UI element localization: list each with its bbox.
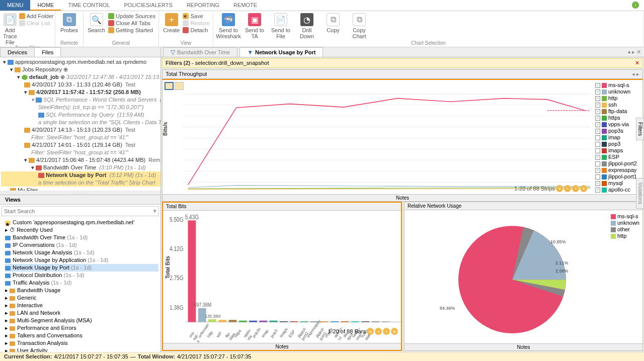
- notes-bar[interactable]: Notes: [163, 194, 642, 201]
- info-icon[interactable]: i: [632, 2, 639, 9]
- probes-button[interactable]: ⧉Probes: [58, 13, 80, 33]
- files-tab[interactable]: Files: [34, 47, 61, 57]
- view-item[interactable]: Bandwidth Over Time (1s - 1d): [5, 234, 158, 241]
- detach-button[interactable]: Detach: [183, 27, 210, 33]
- tree-default-job[interactable]: ▾ default_job ⊕ 3/22/2017 12:47:38 - 4/2…: [1, 73, 160, 81]
- copy-button[interactable]: ⧉Copy: [321, 13, 345, 33]
- save-button[interactable]: ★Save: [183, 13, 210, 19]
- splitter-horizontal[interactable]: ······: [0, 191, 160, 195]
- legend-item[interactable]: ✓ftp-data: [595, 108, 640, 115]
- view-folder[interactable]: ▸ Bandwidth Usage: [5, 287, 158, 294]
- update-sources-button[interactable]: Update Sources: [108, 13, 155, 19]
- view-item-selected[interactable]: Network Usage by Port (1s - 1d): [5, 264, 158, 272]
- legend-item[interactable]: pop3: [595, 141, 640, 147]
- view-folder[interactable]: ▸ LAN and Network: [5, 309, 158, 317]
- pager-first-icon[interactable]: «: [556, 185, 563, 192]
- filters-bar[interactable]: Filters (2) - selection:drill_down_snaps…: [162, 58, 643, 68]
- devices-tab[interactable]: Devices: [0, 47, 35, 57]
- chart-tab-nubp[interactable]: ▼Network Usage by Port: [239, 47, 323, 57]
- legend-item[interactable]: ✓mysql: [595, 180, 640, 187]
- legend-item[interactable]: ✓ms-sql-s: [595, 82, 640, 88]
- tree-item[interactable]: ▾ 4/21/2017 15:06:48 - 15:07:48 (4423.44…: [1, 156, 160, 164]
- pager-last-icon[interactable]: »: [580, 185, 587, 192]
- legend-item[interactable]: ✓unknown: [595, 88, 640, 95]
- y-axis-label: Bits/s: [163, 122, 168, 135]
- menu-tab-policies-alerts[interactable]: POLICIES/ALERTS: [117, 0, 180, 11]
- pager-next-icon[interactable]: ›: [572, 185, 579, 192]
- total-bits-panel[interactable]: Total Bits Total Bits 5.50G 4.12G 2.75G …: [162, 202, 402, 351]
- menu-tab-remote[interactable]: REMOTE: [226, 0, 264, 11]
- send-to-file-button[interactable]: 📄Send to File: [269, 13, 293, 39]
- tree-item[interactable]: 4/20/2017 10:33 - 11:33 (120.48 GB) Test: [1, 81, 160, 88]
- tree-my-files[interactable]: My Files: [1, 187, 160, 191]
- tree-item[interactable]: ▾ SQL Performance - Worst Clients and Se…: [1, 96, 160, 104]
- tree-item[interactable]: 4/21/2017 14:01 - 15:01 (129.14 GB) Test: [1, 141, 160, 149]
- view-item[interactable]: IP Conversations (1s - 1d): [5, 241, 158, 249]
- legend-item[interactable]: ✓ESP: [595, 154, 640, 160]
- menu-tab-time-control[interactable]: TIME CONTROL: [61, 0, 117, 11]
- tree-root[interactable]: ▾ appresponsestaging.rpm.riverbedlab.net…: [1, 58, 160, 66]
- tree-item[interactable]: SQL Performance by Query (11:59 AM): [1, 111, 160, 119]
- legend-item[interactable]: imaps: [595, 147, 640, 154]
- legend-item[interactable]: ✓http: [595, 95, 640, 102]
- add-trace-file-button[interactable]: 📄Add Trace File: [3, 13, 17, 45]
- view-item[interactable]: Protocol Distribution (1s - 1d): [5, 272, 158, 279]
- send-to-ta-button[interactable]: ▣Send to TA: [243, 13, 267, 39]
- svg-text:5.43G: 5.43G: [185, 214, 199, 220]
- legend-item[interactable]: ✓pop3s: [595, 128, 640, 134]
- view-item[interactable]: Traffic Analysis (1s - 1d): [5, 279, 158, 287]
- legend-item[interactable]: ✓ssh: [595, 102, 640, 108]
- legend[interactable]: ✓ms-sql-s✓unknown✓http✓ssh✓ftp-data✓http…: [592, 80, 642, 201]
- tabs-nav-icons[interactable]: ◂ ▸ ✕: [624, 49, 644, 55]
- chart-tab-bot[interactable]: ▽Bandwidth Over Time: [163, 47, 237, 57]
- tree-item-selected[interactable]: Network Usage by Port (3:12 PM) (1s - 1d…: [1, 171, 160, 179]
- tree-item[interactable]: ▾ Bandwidth Over Time (3:10 PM) (1s - 1d…: [1, 164, 160, 171]
- legend-item[interactable]: ✓apollo-cc: [595, 187, 640, 193]
- view-item[interactable]: ▸ ⏱ Recently Used: [5, 226, 158, 234]
- view-folder[interactable]: ▸ Talkers and Conversations: [5, 332, 158, 339]
- side-violations-tab[interactable]: Violations: [636, 178, 644, 209]
- drill-down-button[interactable]: ◔Drill Down: [295, 13, 319, 39]
- legend-item[interactable]: ✓https: [595, 115, 640, 121]
- legend-item[interactable]: ✓vpps-via: [595, 121, 640, 128]
- tree-item[interactable]: ▾ 4/20/2017 11:57:42 - 11:57:52 (250.8 M…: [1, 88, 160, 96]
- legend-item[interactable]: ✓expresspay: [595, 167, 640, 173]
- view-folder[interactable]: ▸ User Activity: [5, 347, 158, 352]
- add-folder-button[interactable]: Add Folder: [19, 13, 54, 19]
- notes-bar[interactable]: Notes: [163, 343, 401, 350]
- pager-prev-icon[interactable]: ‹: [564, 185, 571, 192]
- view-folder[interactable]: ▸ Transaction Analysis: [5, 339, 158, 347]
- tree-jobs-repo[interactable]: ▾ Jobs Repository ⊕: [1, 66, 160, 73]
- files-tree[interactable]: ▾ appresponsestaging.rpm.riverbedlab.net…: [0, 57, 160, 191]
- side-filters-tab[interactable]: Filters: [636, 118, 644, 140]
- notes-bar[interactable]: Notes: [405, 343, 642, 350]
- views-search-input[interactable]: [2, 206, 159, 216]
- close-all-tabs-button[interactable]: Close All Tabs: [108, 20, 155, 26]
- view-folder[interactable]: ▸ Performance and Errors: [5, 324, 158, 332]
- view-folder[interactable]: ▸ Generic: [5, 294, 158, 302]
- view-item[interactable]: Network Usage by Application (1s - 1d): [5, 256, 158, 264]
- views-list[interactable]: ★Custom 'appresponsestaging.rpm.riverbed…: [0, 218, 160, 352]
- bar-pager[interactable]: 1-20 of 88 Bars « ‹ › »: [328, 328, 398, 335]
- search-button[interactable]: 🔍Search: [87, 13, 106, 33]
- total-throughput-chart[interactable]: Bits/s 900,000M 800,000M 700,000M 600,00…: [162, 79, 643, 202]
- view-item[interactable]: ★Custom 'appresponsestaging.rpm.riverbed…: [5, 219, 158, 226]
- view-item[interactable]: Network Usage Analysis (1s - 1d): [5, 249, 158, 256]
- getting-started-button[interactable]: Getting Started: [108, 27, 155, 33]
- menu-tab-menu[interactable]: MENU: [0, 0, 30, 11]
- legend-item[interactable]: jlippol-port1: [595, 173, 640, 180]
- tree-item[interactable]: 4/20/2017 14:13 - 15:13 (120.23 GB) Test: [1, 126, 160, 134]
- view-folder[interactable]: ▸ Multi-Segment Analysis (MSA): [5, 317, 158, 324]
- pager[interactable]: 1-20 of 88 Strips « ‹ › »: [514, 185, 587, 192]
- search-dropdown-icon[interactable]: ▾: [153, 208, 156, 214]
- filters-close-icon[interactable]: ✕: [635, 60, 639, 66]
- send-to-wireshark-button[interactable]: 🦈Send to Wireshark: [216, 13, 240, 39]
- relative-network-usage-panel[interactable]: Relative Network Usage 84.46% 10.85% 2: [404, 202, 643, 351]
- legend-item[interactable]: imap: [595, 134, 640, 141]
- legend-item[interactable]: jlippol-port2: [595, 160, 640, 167]
- view-folder[interactable]: ▸ Interactive: [5, 302, 158, 309]
- menu-tab-reporting[interactable]: REPORTING: [180, 0, 226, 11]
- create-button[interactable]: ＋Create: [162, 13, 181, 33]
- copy-chart-button[interactable]: ⧉Copy Chart: [347, 13, 371, 39]
- menu-tab-home[interactable]: HOME: [30, 0, 61, 11]
